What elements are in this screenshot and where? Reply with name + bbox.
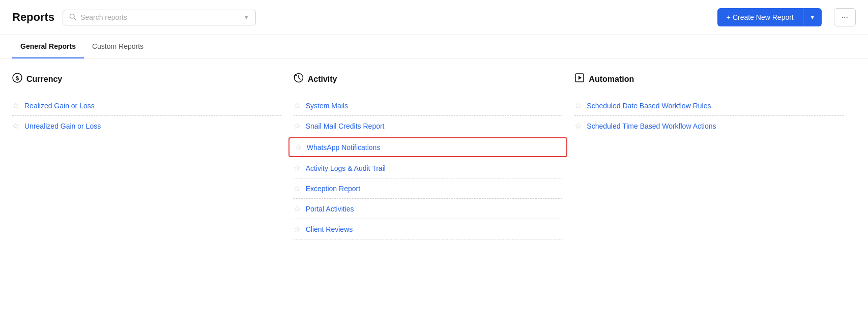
report-item-whatsapp[interactable]: ☆ WhatsApp Notifications	[288, 137, 568, 157]
currency-section-title: $ Currency	[12, 73, 281, 85]
report-link-portal-activities[interactable]: Portal Activities	[306, 205, 354, 213]
star-icon[interactable]: ☆	[574, 101, 582, 110]
report-link-realized-gain[interactable]: Realized Gain or Loss	[24, 102, 95, 110]
search-icon	[69, 13, 76, 22]
report-link-exception[interactable]: Exception Report	[306, 185, 360, 193]
report-item-realized-gain[interactable]: ☆ Realized Gain or Loss	[12, 96, 281, 116]
report-item-scheduled-time[interactable]: ☆ Scheduled Time Based Workflow Actions	[574, 116, 844, 136]
page-header: Reports Search reports ▼ + Create New Re…	[0, 0, 868, 35]
search-placeholder: Search reports	[80, 13, 239, 21]
report-item-client-reviews[interactable]: ☆ Client Reviews	[294, 219, 563, 239]
star-icon[interactable]: ☆	[294, 121, 301, 131]
report-item-portal-activities[interactable]: ☆ Portal Activities	[294, 199, 563, 219]
automation-icon	[574, 73, 585, 85]
activity-section: Activity ☆ System Mails ☆ Snail Mail Cre…	[294, 73, 575, 239]
star-icon[interactable]: ☆	[294, 163, 301, 173]
star-icon[interactable]: ☆	[294, 184, 301, 193]
create-button-group: + Create New Report ▼	[717, 8, 822, 26]
report-link-unrealized-gain[interactable]: Unrealized Gain or Loss	[24, 122, 101, 130]
activity-icon	[294, 73, 304, 85]
activity-section-title: Activity	[294, 73, 563, 85]
star-icon[interactable]: ☆	[294, 224, 301, 234]
star-icon[interactable]: ☆	[295, 142, 302, 152]
report-item-activity-logs[interactable]: ☆ Activity Logs & Audit Trail	[294, 158, 563, 178]
report-link-whatsapp[interactable]: WhatsApp Notifications	[307, 143, 381, 152]
report-link-snail-mail[interactable]: Snail Mail Credits Report	[306, 122, 385, 130]
report-item-scheduled-date[interactable]: ☆ Scheduled Date Based Workflow Rules	[574, 96, 844, 116]
automation-section: Automation ☆ Scheduled Date Based Workfl…	[574, 73, 856, 239]
tab-general-reports[interactable]: General Reports	[12, 35, 84, 58]
report-item-unrealized-gain[interactable]: ☆ Unrealized Gain or Loss	[12, 116, 281, 136]
star-icon[interactable]: ☆	[294, 101, 301, 110]
report-link-scheduled-time[interactable]: Scheduled Time Based Workflow Actions	[587, 122, 716, 130]
report-link-client-reviews[interactable]: Client Reviews	[306, 225, 353, 233]
create-dropdown-arrow-button[interactable]: ▼	[803, 8, 822, 26]
tabs-bar: General Reports Custom Reports	[0, 35, 868, 58]
report-link-scheduled-date[interactable]: Scheduled Date Based Workflow Rules	[587, 102, 711, 110]
star-icon[interactable]: ☆	[294, 204, 301, 214]
svg-line-1	[74, 18, 76, 20]
report-item-exception[interactable]: ☆ Exception Report	[294, 178, 563, 199]
create-new-report-button[interactable]: + Create New Report	[717, 8, 803, 26]
report-item-snail-mail[interactable]: ☆ Snail Mail Credits Report	[294, 116, 563, 136]
tab-custom-reports[interactable]: Custom Reports	[84, 35, 152, 58]
report-link-activity-logs[interactable]: Activity Logs & Audit Trail	[306, 164, 386, 172]
report-link-system-mails[interactable]: System Mails	[306, 102, 348, 110]
search-bar[interactable]: Search reports ▼	[63, 10, 256, 25]
automation-section-title: Automation	[574, 73, 844, 85]
star-icon[interactable]: ☆	[12, 121, 19, 131]
main-content: $ Currency ☆ Realized Gain or Loss ☆ Unr…	[0, 58, 868, 254]
currency-icon: $	[12, 73, 22, 85]
currency-section: $ Currency ☆ Realized Gain or Loss ☆ Unr…	[12, 73, 294, 239]
star-icon[interactable]: ☆	[12, 101, 19, 110]
more-options-button[interactable]: ···	[834, 8, 856, 26]
search-chevron-icon: ▼	[243, 14, 249, 21]
report-item-system-mails[interactable]: ☆ System Mails	[294, 96, 563, 116]
svg-marker-6	[578, 76, 582, 80]
svg-text:$: $	[16, 75, 19, 81]
star-icon[interactable]: ☆	[574, 121, 582, 131]
page-title: Reports	[12, 11, 54, 24]
